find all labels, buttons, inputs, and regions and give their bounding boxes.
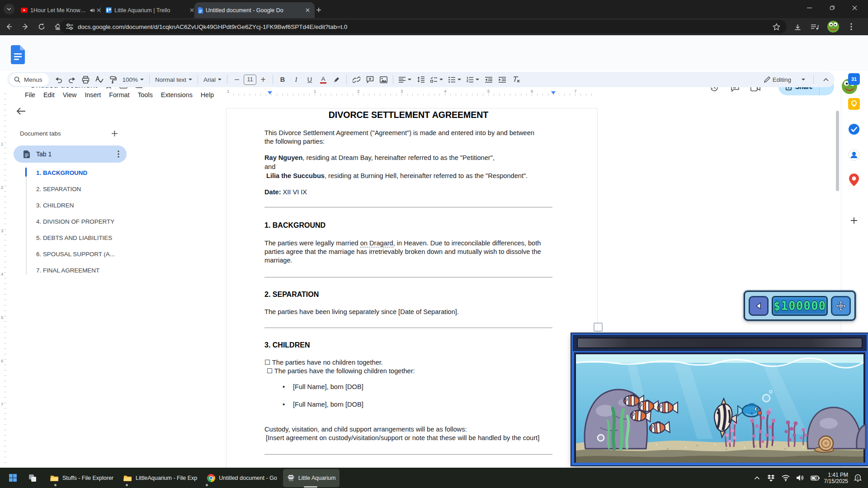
url-text[interactable]: docs.google.com/document/d/1cqknAC6ZvUQk… [78, 23, 347, 30]
reload-button[interactable] [34, 19, 49, 34]
doc-paragraph[interactable]: and [264, 163, 275, 172]
taskbar-app-chrome-docs[interactable]: Untitled document - Go [203, 469, 281, 487]
volume-tray-icon[interactable] [794, 474, 806, 481]
doc-bullet-item[interactable]: [Full Name], born [DOB] [293, 383, 363, 392]
menu-insert[interactable]: Insert [81, 90, 104, 100]
close-tabs-panel-button[interactable] [14, 105, 27, 117]
spellcheck-button[interactable] [94, 74, 105, 85]
task-view-button[interactable] [24, 469, 42, 487]
print-button[interactable] [80, 74, 91, 85]
browser-menu-button[interactable] [846, 22, 856, 32]
site-settings-tune-icon[interactable] [66, 23, 73, 30]
taskbar-clock[interactable]: 1:41 PM 7/15/2025 [824, 472, 848, 484]
bulleted-list-button[interactable] [447, 77, 463, 83]
editing-mode-select[interactable]: Editing [762, 76, 807, 83]
doc-heading-title[interactable]: DIVORCE SETTLEMENT AGREEMENT [264, 110, 552, 120]
paragraph-style-select[interactable]: Normal text [153, 76, 194, 83]
menu-edit[interactable]: Edit [40, 90, 58, 100]
tray-overflow-button[interactable] [752, 476, 763, 480]
dropbox-tray-icon[interactable] [765, 474, 777, 482]
font-size-decrease-button[interactable]: − [231, 74, 242, 85]
zoom-select[interactable]: 100% [121, 76, 146, 83]
doc-paragraph[interactable]: This Divorce Settlement Agreement ("Agre… [264, 129, 534, 138]
window-maximize-button[interactable] [822, 0, 842, 15]
doc-paragraph[interactable]: the following parties: [264, 137, 325, 146]
tasks-app-button[interactable] [848, 123, 860, 136]
tab-search-button[interactable] [4, 4, 14, 14]
taskbar-app-file-explorer-1[interactable]: Stuffs - File Explorer [46, 469, 118, 487]
downloads-button[interactable] [792, 22, 803, 33]
doc-paragraph[interactable]: [Insert agreement on custody/visitation/… [266, 434, 539, 443]
align-button[interactable] [397, 77, 413, 83]
undo-button[interactable] [53, 74, 64, 85]
doc-paragraph[interactable]: The parties have been living separately … [264, 308, 459, 317]
menu-format[interactable]: Format [106, 90, 132, 100]
doc-checkbox-line[interactable]: ☐ The parties have no children together. [264, 358, 383, 367]
doc-heading-background[interactable]: 1. BACKGROUND [264, 221, 326, 230]
outline-item-debts[interactable]: 5. DEBTS AND LIABILITIES [36, 233, 112, 243]
back-button[interactable] [2, 19, 16, 34]
add-tab-button[interactable] [108, 127, 120, 139]
game-money-widget[interactable]: $100000 [744, 291, 856, 321]
menu-extensions[interactable]: Extensions [158, 90, 196, 100]
doc-paragraph[interactable]: Custody, visitation, and child support a… [264, 425, 467, 434]
numbered-list-button[interactable] [465, 77, 481, 83]
aquarium-game-window[interactable] [571, 333, 868, 465]
italic-button[interactable]: I [291, 74, 302, 85]
collapse-toolbar-button[interactable] [821, 74, 831, 85]
doc-checkbox-line[interactable]: ☐ The parties have the following childre… [267, 367, 415, 376]
outline-item-separation[interactable]: 2. SEPARATION [36, 184, 81, 194]
browser-tab-youtube[interactable]: 1Hour Let Me Know Remix [17, 2, 106, 18]
menus-search-button[interactable]: Menus [9, 73, 49, 86]
url-omnibox[interactable]: docs.google.com/document/d/1cqknAC6ZvUQk… [60, 20, 787, 33]
clear-formatting-button[interactable] [510, 74, 521, 85]
outline-item-background[interactable]: 1. BACKGROUND [36, 168, 87, 178]
contacts-app-button[interactable] [848, 149, 860, 161]
paint-format-button[interactable] [108, 74, 118, 85]
money-collapse-button[interactable] [749, 296, 769, 316]
doc-bullet-item[interactable]: [Full Name], born [DOB] [293, 400, 363, 409]
overlay-drag-handle[interactable] [594, 323, 603, 332]
checklist-button[interactable] [429, 77, 445, 83]
doc-paragraph[interactable]: marriage. [264, 256, 292, 265]
reading-list-icon[interactable] [809, 22, 820, 33]
menu-tools[interactable]: Tools [134, 90, 156, 100]
left-indent-marker[interactable] [268, 91, 272, 94]
decrease-indent-button[interactable] [483, 74, 494, 85]
menu-view[interactable]: View [60, 90, 80, 100]
wifi-tray-icon[interactable] [780, 475, 792, 481]
bold-button[interactable]: B [277, 74, 288, 85]
new-tab-button[interactable] [313, 4, 325, 16]
window-close-button[interactable] [844, 0, 864, 15]
taskbar-app-file-explorer-2[interactable]: LittleAquarium - File Exp [119, 469, 201, 487]
doc-paragraph[interactable]: Date: XII VI IX [264, 188, 307, 197]
highlight-button[interactable] [331, 74, 342, 85]
keep-app-button[interactable] [848, 98, 860, 110]
browser-tab-docs[interactable]: Untitled document - Google Do [194, 2, 315, 18]
underline-button[interactable]: U [304, 74, 315, 85]
battery-tray-icon[interactable] [809, 475, 821, 481]
maps-app-button[interactable] [848, 174, 860, 186]
outline-item-spousal[interactable]: 6. SPOUSAL SUPPORT (A... [36, 249, 115, 259]
menu-file[interactable]: File [22, 90, 38, 100]
forward-button[interactable] [18, 19, 33, 34]
right-indent-marker[interactable] [551, 91, 556, 94]
doc-paragraph[interactable]: Lilia the Succubus, residing at Burning … [266, 172, 528, 181]
document-scrollbar[interactable] [836, 111, 839, 191]
outline-item-division[interactable]: 4. DIVISION OF PROPERTY [36, 216, 114, 226]
insert-link-button[interactable] [351, 74, 362, 85]
outline-item-final[interactable]: 7. FINAL AGREEMENT [36, 265, 99, 275]
doc-tab-1[interactable]: Tab 1 [14, 145, 127, 163]
tab-close-button[interactable] [304, 7, 311, 14]
doc-heading-children[interactable]: 3. CHILDREN [264, 341, 310, 350]
bookmark-star-icon[interactable] [773, 23, 780, 31]
calendar-app-button[interactable]: 31 [848, 73, 860, 85]
increase-indent-button[interactable] [497, 74, 508, 85]
notifications-bell-icon[interactable]: z [851, 474, 864, 482]
doc-heading-separation[interactable]: 2. SEPARATION [264, 290, 319, 299]
font-select[interactable]: Arial [202, 76, 223, 83]
line-spacing-button[interactable] [415, 74, 426, 85]
tab-close-button[interactable] [95, 7, 102, 14]
money-move-handle[interactable] [831, 296, 851, 316]
insert-image-button[interactable] [378, 74, 389, 85]
